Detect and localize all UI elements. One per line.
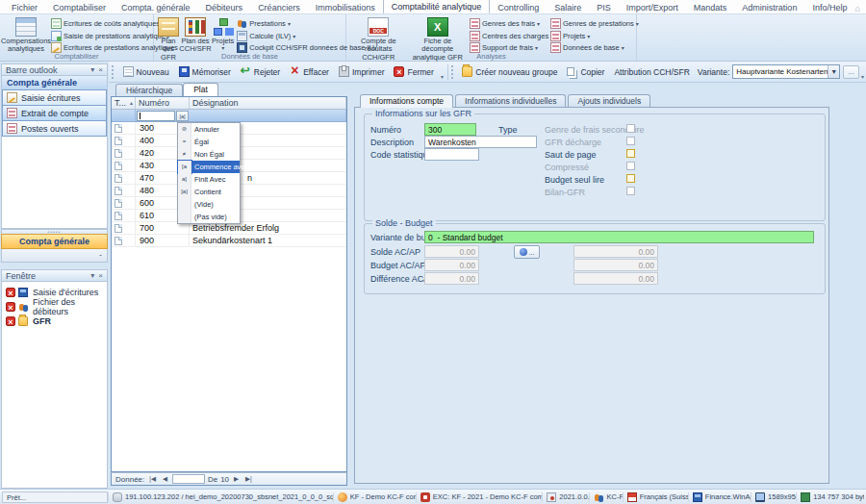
chevron-down-icon[interactable]: ▾ (87, 271, 94, 280)
close-red-icon (394, 66, 404, 77)
tab-comptabiliser[interactable]: Comptabiliser (45, 1, 114, 13)
budget-detail-button[interactable]: ... (514, 245, 540, 259)
numero-filter-input[interactable] (137, 111, 175, 121)
delete-icon (290, 66, 300, 77)
outlook-panel-title: Barre outlook (6, 65, 58, 75)
chevron-down-icon[interactable]: ▾ (87, 65, 94, 74)
sidebar-section-header: Compta générale (2, 76, 107, 90)
projets-button[interactable]: Projets ▾ (211, 16, 235, 53)
numero-label: Numéro (370, 125, 401, 135)
rejeter-button[interactable]: Rejeter (236, 64, 285, 79)
filter-operator-button[interactable]: [a] (176, 111, 189, 121)
compensations-analytiques-button[interactable]: Compensations analytiques (3, 16, 49, 55)
genres-des-frais-button[interactable]: Genres des frais▾ (470, 18, 547, 29)
tab-comptabilite-analytique[interactable]: Comptabilité analytique (383, 0, 491, 13)
previous-record-button[interactable]: ◀ (161, 475, 169, 483)
record-icon (115, 174, 122, 183)
tab-informations-individuelles[interactable]: Informations individuelles (455, 94, 566, 107)
first-record-button[interactable]: |◀ (147, 475, 158, 483)
memoriser-button[interactable]: Mémoriser (174, 64, 236, 79)
close-window-icon[interactable] (6, 316, 15, 326)
variante-budget-field[interactable]: 0 - Standard budget (424, 231, 814, 243)
grid-icon (51, 18, 62, 29)
type-label: Type (498, 125, 518, 135)
genres-de-prestations-button[interactable]: Genres de prestations▾ (550, 18, 631, 29)
record-icon (115, 162, 122, 170)
effacer-button[interactable]: Effacer (285, 64, 334, 79)
record-toolbar: Nouveau Mémoriser Rejeter Effacer Imprim… (109, 62, 866, 83)
menu-item-annuler[interactable]: ⊘Annuler (178, 123, 240, 136)
sidebar-item-extrait-de-compte[interactable]: Extrait de compte (2, 105, 107, 121)
tab-hierarchique[interactable]: Hiérarchique (115, 84, 183, 96)
compta-generale-group-button[interactable]: Compta générale (1, 234, 108, 249)
tab-informations-compte[interactable]: Informations compte (360, 94, 453, 108)
tab-pis[interactable]: PIS (589, 1, 619, 13)
projets-analyses-button[interactable]: Projets▾ (550, 31, 631, 41)
tab-administration[interactable]: Administration (734, 1, 804, 13)
tab-info-help[interactable]: Info/Help (804, 1, 854, 13)
plan-des-cch-sfr-button[interactable]: Plan des CCH/SFR (180, 16, 211, 55)
record-position-input[interactable] (172, 474, 205, 484)
table-row[interactable]: 900Sekundärkostenart 1 (112, 235, 346, 247)
close-window-icon[interactable] (6, 302, 15, 312)
close-window-icon[interactable] (6, 288, 15, 297)
toolbar-grip[interactable] (112, 65, 115, 79)
fermer-button[interactable]: Fermer (389, 64, 438, 79)
variante-combobox[interactable]: Hauptvariante Kostenarten ▼ (732, 64, 840, 79)
imprimer-button[interactable]: Imprimer (334, 64, 390, 79)
tab-controlling[interactable]: Controlling (490, 1, 547, 13)
saut-de-page-checkbox[interactable] (626, 149, 635, 158)
detail-tabs: Informations compte Informations individ… (360, 94, 652, 107)
menu-item-contient[interactable]: [a]Contient (178, 186, 240, 198)
tab-import-export[interactable]: Import/Export (619, 1, 686, 13)
column-header-designation[interactable]: Désignation (190, 97, 346, 109)
numero-field[interactable]: 300 (424, 123, 476, 136)
tab-salaire[interactable]: Salaire (547, 1, 589, 13)
toolbar-overflow-icon[interactable]: ▾ (439, 62, 446, 82)
menu-item-commence-avec[interactable]: [aCommence avec (178, 161, 240, 173)
attribution-cch-sfr-button[interactable]: Attribution CCH/SFR (609, 65, 694, 79)
nouveau-button[interactable]: Nouveau (118, 64, 174, 79)
not-equals-icon: ≠ (178, 148, 191, 161)
toolbar-overflow-icon[interactable]: ▾ (859, 62, 866, 82)
last-record-button[interactable]: ▶| (243, 475, 254, 483)
close-icon[interactable]: × (94, 271, 103, 280)
menu-item-vide[interactable]: (Vide) (178, 198, 240, 211)
centres-des-charges-button[interactable]: Centres des charges▾ (470, 31, 547, 41)
column-header-type[interactable]: T...▲ (112, 97, 136, 109)
status-ready: Prêt... (2, 491, 108, 503)
tab-creanciers[interactable]: Créanciers (250, 1, 308, 13)
menu-item-pas-vide[interactable]: (Pas vide) (178, 211, 240, 223)
text-caret (140, 113, 140, 119)
variante-more-button[interactable]: ... (843, 65, 859, 79)
tab-immobilisations[interactable]: Immobilisations (308, 1, 383, 13)
toolbar-grip[interactable] (451, 65, 455, 79)
tab-fichier[interactable]: Fichier (4, 1, 45, 13)
window-item-fichier-debiteurs[interactable]: Fichier des débiteurs (2, 299, 107, 314)
sidebar-collapse-strip[interactable]: - (1, 249, 108, 263)
tab-debiteurs[interactable]: Débiteurs (198, 1, 251, 13)
navigator-total: 10 (220, 475, 229, 484)
sidebar-item-saisie-ecritures[interactable]: Saisie écritures (2, 89, 107, 106)
sidebar-item-postes-ouverts[interactable]: Postes ouverts (2, 120, 107, 137)
tab-mandats[interactable]: Mandats (686, 1, 735, 13)
version-icon (547, 492, 556, 502)
menu-item-non-egal[interactable]: ≠Non Égal (178, 148, 240, 161)
tab-compta-generale[interactable]: Compta. générale (114, 1, 198, 13)
difference-ac-field: 0.00 (424, 272, 479, 285)
menu-item-finit-avec[interactable]: a]Finit Avec (178, 173, 240, 186)
tab-plat[interactable]: Plat (183, 83, 218, 96)
appearance-icon[interactable]: ⌂ (855, 4, 866, 13)
solde-budget-groupbox: Solde - Budget Variante de budget 0 - St… (364, 223, 826, 294)
code-statistique-field[interactable] (424, 148, 479, 161)
next-record-button[interactable]: ▶ (232, 475, 241, 483)
budget-seul-lire-checkbox[interactable] (626, 174, 635, 183)
fenetre-panel-header: Fenêtre ▾ × (1, 269, 108, 282)
description-field[interactable]: Warenkosten (424, 136, 537, 148)
column-header-numero[interactable]: Numéro (136, 97, 190, 109)
tab-ajouts-individuels[interactable]: Ajouts individuels (568, 94, 650, 107)
close-icon[interactable]: × (94, 65, 103, 74)
copier-button[interactable]: Copier (562, 65, 609, 79)
creer-nouveau-groupe-button[interactable]: Créer nouveau groupe (457, 64, 562, 79)
menu-item-egal[interactable]: =Égal (178, 136, 240, 148)
